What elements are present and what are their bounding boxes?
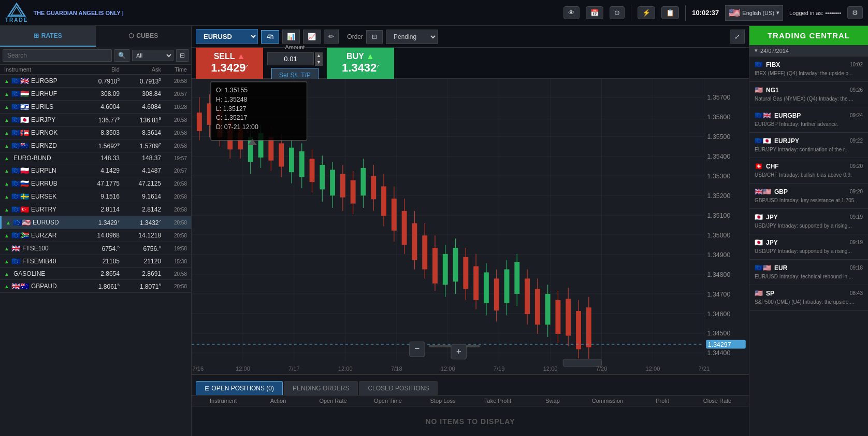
flag-icons: 🇬🇧🇦🇺 [11, 282, 29, 290]
trend-arrow-icon: ▲ [4, 78, 11, 84]
rate-row[interactable]: ▲ 🇪🇺🇮🇱 EURILS 4.6004 4.6084 10:28 [0, 101, 191, 114]
draw-tool-btn[interactable]: ✏ [324, 30, 339, 44]
amount-input[interactable] [267, 52, 314, 65]
logo-text: TRADE [5, 17, 28, 23]
watch-icon-btn[interactable]: 👁 [563, 6, 580, 19]
order-type-btn[interactable]: ⊟ [366, 30, 383, 44]
rate-row[interactable]: ▲ 🇪🇺🇬🇧 EURGBP 0.79105 0.79135 20:58 [0, 75, 191, 88]
chart-type-icon-btn[interactable]: 📈 [303, 30, 321, 44]
flag-icons: 🇪🇺🇸🇪 [11, 192, 29, 201]
bid-value: 14.0968 [78, 232, 120, 239]
tc-item-desc: S&P500 (CME) (U4) Intraday: the upside .… [755, 299, 863, 306]
rate-row[interactable]: ▲ 🇪🇺🇿🇦 EURZAR 14.0968 14.1218 20:58 [0, 229, 191, 242]
sell-price: 1.34297 [211, 61, 248, 75]
expand-chart-btn[interactable]: ⤢ [730, 30, 745, 44]
filter-select[interactable]: All [132, 50, 173, 61]
rate-row[interactable]: ▲ 🇪🇺🇷🇺 EURRUB 47.1775 47.2125 20:58 [0, 177, 191, 190]
rate-row[interactable]: ▲ 🇪🇺🇯🇵 EURJPY 136.779 136.819 20:58 [0, 114, 191, 126]
svg-text:1.35600: 1.35600 [707, 114, 731, 121]
lightning-icon-btn[interactable]: ⚡ [638, 6, 655, 19]
tab-closed-positions[interactable]: CLOSED POSITIONS [359, 381, 438, 395]
col-open-rate: Open Rate [306, 398, 360, 404]
rate-row[interactable]: ▲ 🇪🇺 FTSEMIB40 21105 21120 15:38 [0, 255, 191, 268]
tc-item-symbol: JPY [766, 239, 847, 246]
rate-row[interactable]: ▲ GASOLINE 2.8654 2.8691 20:58 [0, 268, 191, 280]
tab-cubes[interactable]: ⬡ CUBES [96, 26, 192, 47]
rate-row[interactable]: ▲ 🇬🇧🇦🇺 GBPAUD 1.80615 1.80715 20:58 [0, 280, 191, 293]
pending-select[interactable]: Pending [386, 30, 438, 44]
ask-value: 308.84 [120, 90, 161, 97]
tc-list-item[interactable]: 🇺🇸 NG1 09:26 Natural Gas (NYMEX) (Q4) In… [749, 82, 868, 107]
amount-up-btn[interactable]: ▲ [315, 52, 323, 59]
symbol-select[interactable]: EURUSD [196, 29, 258, 44]
rate-row[interactable]: ▲ 🇪🇺🇸🇪 EURSEK 9.1516 9.1614 20:58 [0, 190, 191, 203]
trend-arrow-icon: ▲ [4, 207, 11, 213]
sell-button[interactable]: SELL ▲ 1.34297 [196, 48, 263, 79]
col-time-header: Time [161, 66, 187, 73]
rate-row[interactable]: ▲ 🇪🇺🇭🇺 EURHUF 308.09 308.84 20:57 [0, 88, 191, 101]
tab-pending-orders[interactable]: PENDING ORDERS [284, 381, 358, 395]
tc-item-desc: USD/JPY Intraday: supported by a rising.… [755, 248, 863, 255]
tc-list-item[interactable]: 🇪🇺 FIBX 10:02 IBEX (MEFF) (Q4) Intraday:… [749, 57, 868, 82]
tc-list-item[interactable]: 🇯🇵 JPY 09:19 USD/JPY Intraday: supported… [749, 234, 868, 260]
tc-list-item[interactable]: 🇪🇺🇯🇵 EURJPY 09:22 EUR/JPY Intraday: cont… [749, 133, 868, 158]
calendar-icon-btn[interactable]: 📅 [586, 6, 603, 19]
bid-value: 8.3503 [78, 129, 120, 136]
flag-icons: 🇪🇺🇬🇧 [11, 77, 29, 85]
tc-list-item[interactable]: 🇪🇺🇺🇸 EUR 09:18 EUR/USD Intraday: technic… [749, 260, 868, 285]
tc-list-item[interactable]: 🇨🇭 CHF 09:20 USD/CHF Intraday: bullish b… [749, 158, 868, 184]
rate-row[interactable]: ▲ 🇪🇺🇵🇱 EURPLN 4.1429 4.1487 20:57 [0, 164, 191, 177]
svg-text:7/18: 7/18 [391, 365, 402, 372]
tc-item-flags: 🇨🇭 [755, 162, 763, 170]
timeframe-4h-btn[interactable]: 4h [261, 30, 279, 44]
ask-value: 21120 [120, 258, 161, 265]
search-icon[interactable]: 🔍 [114, 49, 129, 62]
sell-label: SELL ▲ [214, 52, 245, 61]
cubes-icon: ⬡ [128, 32, 134, 39]
amount-label: Amount [285, 44, 305, 50]
tc-list-item[interactable]: 🇯🇵 JPY 09:19 USD/JPY Intraday: supported… [749, 209, 868, 234]
rate-row[interactable]: ▲ 🇪🇺🇳🇿 EURNZD 1.56929 1.57097 20:58 [0, 139, 191, 152]
instrument-name: GBPAUD [31, 283, 78, 290]
rate-row[interactable]: ▲ EURO-BUND 148.33 148.37 19:57 [0, 152, 191, 164]
scroll-handle[interactable] [563, 359, 601, 367]
copy-icon-btn[interactable]: 📋 [661, 6, 679, 19]
bid-value: 148.33 [78, 154, 120, 162]
instrument-name: EURNZD [31, 142, 78, 149]
rate-row[interactable]: ▲ 🇪🇺🇳🇴 EURNOK 8.3503 8.3614 20:58 [0, 126, 191, 139]
rate-row[interactable]: ▲ 🇪🇺🇹🇷 EURTRY 2.8114 2.8142 20:58 [0, 203, 191, 216]
rate-row[interactable]: ▲ 🇪🇺🇺🇸 EURUSD 1.34297 1.34327 20:58 [0, 216, 191, 229]
search-row: 🔍 All ⊟ [0, 47, 191, 65]
top-bar-left: AVA TRADE THE GUARDIAN ANGELIS ONLY | [5, 3, 124, 23]
svg-text:1.34400: 1.34400 [707, 350, 731, 357]
svg-text:1.34600: 1.34600 [707, 311, 731, 318]
instrument-name: EURILS [31, 103, 78, 110]
svg-text:−: − [414, 344, 419, 354]
tc-list-item[interactable]: 🇬🇧🇺🇸 GBP 09:20 GBP/USD Intraday: key res… [749, 184, 868, 209]
amount-down-btn[interactable]: ▼ [315, 59, 323, 66]
circle-icon-btn[interactable]: ⊙ [610, 6, 625, 19]
instrument-name: EURRUB [31, 180, 78, 187]
language-selector[interactable]: 🇺🇸 English (US) ▾ [725, 5, 783, 21]
search-input[interactable] [3, 49, 112, 62]
svg-rect-97 [545, 294, 551, 325]
rates-header: Instrument Bid Ask Time [0, 65, 191, 75]
settings-gear-btn[interactable]: ⚙ [847, 6, 863, 19]
tc-list-item[interactable]: 🇺🇸 SP 08:43 S&P500 (CME) (U4) Intraday: … [749, 285, 868, 311]
chart-bars-icon-btn[interactable]: 📊 [282, 30, 300, 44]
rate-row[interactable]: ▲ 🇬🇧 FTSE100 6754.5 6756.0 19:58 [0, 242, 191, 255]
tc-list-item[interactable]: 🇪🇺🇬🇧 EURGBP 09:24 EUR/GBP Intraday: furt… [749, 107, 868, 133]
time-value: 20:58 [161, 181, 187, 187]
flag-icons: 🇪🇺🇹🇷 [11, 205, 29, 214]
col-instrument-header[interactable]: Instrument [4, 66, 78, 73]
grid-view-icon[interactable]: ⊟ [176, 49, 189, 62]
col-stop-loss: Stop Loss [415, 398, 470, 404]
buy-button[interactable]: BUY ▲ 1.34327 [327, 48, 394, 79]
tab-open-positions[interactable]: ⊟ OPEN POSITIONS (0) [196, 381, 283, 395]
chart-svg: O: 1.35155 H: 1.35248 L: 1.35127 C: 1.35… [192, 79, 749, 374]
tc-item-flags: 🇺🇸 [755, 86, 763, 94]
svg-rect-45 [279, 143, 284, 166]
trend-arrow-icon: ▲ [4, 284, 11, 289]
tab-rates[interactable]: ⊞ RATES [0, 26, 96, 47]
no-items-message: NO ITEMS TO DISPLAY [192, 406, 749, 436]
